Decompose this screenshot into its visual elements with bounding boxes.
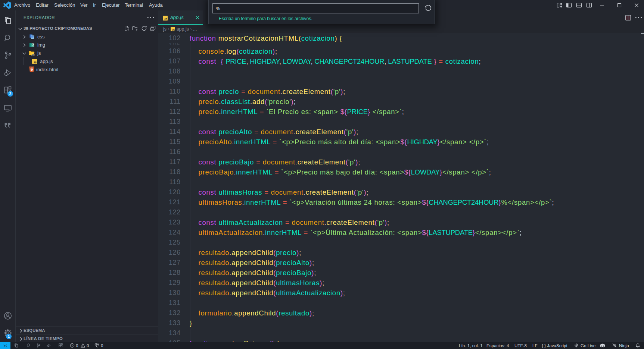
svg-text:JS: JS — [31, 53, 34, 56]
